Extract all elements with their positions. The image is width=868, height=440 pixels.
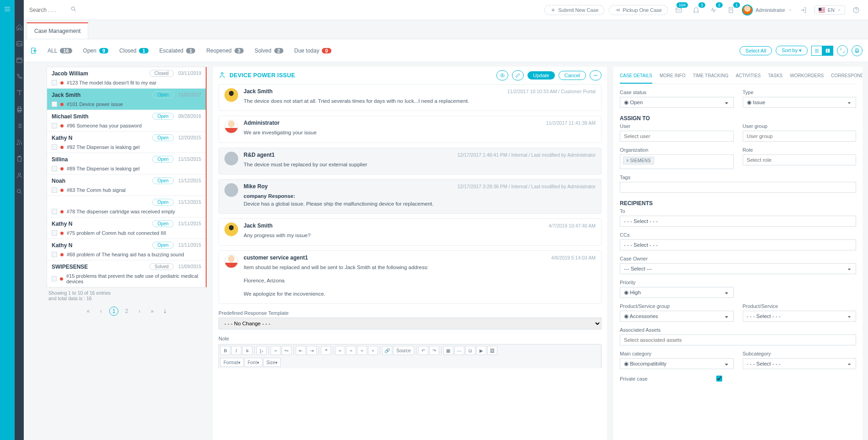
case-checkbox[interactable]: [52, 80, 57, 85]
embed-icon[interactable]: ▶: [476, 346, 486, 355]
image-icon[interactable]: 🖼: [487, 346, 497, 355]
filter-reopened[interactable]: Reopened3: [206, 48, 244, 54]
pickup-case-button[interactable]: Pickup One Case: [609, 5, 668, 15]
pager-prev[interactable]: ‹: [96, 307, 106, 316]
case-checkbox[interactable]: [52, 209, 57, 214]
pulse-icon[interactable]: 2: [707, 4, 720, 16]
align-left-icon[interactable]: ≡: [335, 346, 345, 355]
case-item[interactable]: Open11/12/2015#78 The dispenser cartridg…: [47, 196, 206, 217]
align-center-icon[interactable]: ≡: [346, 346, 356, 355]
expand-icon[interactable]: [837, 45, 848, 56]
special-char-icon[interactable]: Ω: [465, 346, 475, 355]
bell-icon[interactable]: 3: [690, 4, 703, 16]
doc-icon[interactable]: 1: [724, 4, 737, 16]
priority-select[interactable]: ◉ High: [620, 287, 734, 298]
case-item[interactable]: Michael SmithOpen08/28/2016#96 Someone h…: [47, 110, 206, 132]
cancel-button[interactable]: Cancel: [559, 71, 586, 80]
pager-page-2[interactable]: 2: [122, 307, 131, 316]
search-input[interactable]: [29, 7, 66, 13]
table-icon[interactable]: ▦: [443, 346, 453, 355]
outdent-icon[interactable]: ⇤: [296, 346, 306, 355]
size-dropdown[interactable]: Size ▾: [263, 358, 281, 367]
pager-first[interactable]: «: [84, 307, 93, 316]
detail-tab[interactable]: CORRESPONDENCES: [831, 70, 863, 84]
owner-select[interactable]: --- Select ---: [620, 263, 856, 274]
case-checkbox[interactable]: [52, 123, 57, 128]
view-icon[interactable]: [496, 70, 508, 80]
italic-icon[interactable]: I: [231, 346, 241, 355]
case-item[interactable]: Kathy NOpen12/20/2015#92 The Dispenser i…: [47, 132, 206, 153]
psgroup-select[interactable]: ◉ Accessories: [620, 311, 734, 322]
font-dropdown[interactable]: Font ▾: [245, 358, 262, 367]
filter-closed[interactable]: Closed1: [119, 48, 148, 54]
status-select[interactable]: ◉ Open: [620, 97, 734, 108]
printer-icon[interactable]: [15, 105, 23, 113]
hr-icon[interactable]: —: [454, 346, 464, 355]
redo-icon[interactable]: ↷: [429, 346, 439, 355]
phone-icon[interactable]: [15, 72, 23, 80]
more-icon[interactable]: [590, 70, 602, 80]
detail-tab[interactable]: CASE DETAILS: [620, 70, 652, 84]
response-template-select[interactable]: - - - No Change - - -: [218, 318, 602, 329]
link-icon[interactable]: 🔗: [382, 346, 392, 355]
filter-all[interactable]: ALL16: [48, 48, 72, 54]
detail-tab[interactable]: MORE INFO: [660, 70, 686, 84]
subcat-select[interactable]: - - - Select - - -: [743, 358, 857, 369]
menu-icon[interactable]: [0, 2, 15, 16]
case-checkbox[interactable]: [52, 252, 57, 257]
remove-format-icon[interactable]: Iₓ: [256, 346, 266, 355]
filter-open[interactable]: Open9: [83, 48, 108, 54]
format-dropdown[interactable]: Format ▾: [220, 358, 244, 367]
undo-icon[interactable]: ↶: [418, 346, 428, 355]
user-group-input[interactable]: [743, 131, 857, 142]
list-bul-icon[interactable]: •≡: [282, 346, 292, 355]
ps-select[interactable]: - - - Select - - -: [743, 311, 857, 322]
book-icon[interactable]: [15, 89, 23, 97]
select-all-button[interactable]: Select All: [740, 46, 772, 55]
case-checkbox[interactable]: [52, 230, 57, 236]
exit-icon[interactable]: [29, 46, 39, 56]
case-checkbox[interactable]: [52, 276, 57, 281]
filter-escalated[interactable]: Escalated1: [160, 48, 196, 54]
role-input[interactable]: [743, 154, 857, 165]
search-icon[interactable]: [70, 6, 77, 14]
tab-case-management[interactable]: Case Management: [27, 22, 88, 39]
help-icon[interactable]: [850, 4, 863, 16]
user-icon[interactable]: [15, 171, 23, 179]
pager-page-1[interactable]: 1: [109, 307, 118, 316]
strike-icon[interactable]: S: [242, 346, 252, 355]
detail-tab[interactable]: WORKORDERS: [790, 70, 824, 84]
case-item[interactable]: Kathy NOpen11/11/2015#68 problem of The …: [47, 239, 206, 260]
ccs-select[interactable]: - - - Select - - -: [620, 239, 856, 250]
case-item[interactable]: Jack SmithOpen11/02/2017#101 Device powe…: [47, 89, 206, 110]
type-select[interactable]: ◉ Issue: [743, 97, 857, 108]
case-item[interactable]: SWIPESENSESolved11/09/2015#15 problems t…: [47, 260, 206, 287]
detail-tab[interactable]: TASKS: [768, 70, 783, 84]
clipboard-icon[interactable]: [15, 154, 23, 163]
print-icon[interactable]: [852, 45, 863, 56]
sort-by-button[interactable]: Sort by ▾: [776, 46, 808, 55]
pager-last[interactable]: »: [148, 307, 157, 316]
calendar-icon[interactable]: [15, 56, 23, 64]
rss-icon[interactable]: [15, 138, 23, 146]
submit-case-button[interactable]: Submit New Case: [544, 5, 604, 15]
view-list-icon[interactable]: [811, 46, 822, 56]
align-justify-icon[interactable]: ≡: [368, 346, 378, 355]
logout-icon[interactable]: [797, 4, 810, 16]
assets-input[interactable]: [620, 334, 856, 345]
language-selector[interactable]: EN: [815, 5, 845, 15]
maincat-select[interactable]: ◉ Biocompatibility: [620, 358, 734, 369]
case-item[interactable]: Jacob WilliamClosed03/11/2019#123 The mo…: [47, 67, 206, 89]
tags-input[interactable]: [620, 182, 856, 193]
detail-tab[interactable]: ACTIVITIES: [736, 70, 761, 84]
pager-next[interactable]: ›: [135, 307, 144, 316]
bold-icon[interactable]: B: [220, 346, 230, 355]
align-right-icon[interactable]: ≡: [357, 346, 367, 355]
to-select[interactable]: - - - Select - - -: [620, 216, 856, 227]
view-split-icon[interactable]: [822, 46, 833, 56]
download-icon[interactable]: ⤓: [160, 307, 170, 316]
case-checkbox[interactable]: [52, 144, 57, 150]
user-input[interactable]: [620, 131, 734, 142]
case-checkbox[interactable]: [52, 166, 57, 171]
indent-icon[interactable]: ⇥: [307, 346, 317, 355]
